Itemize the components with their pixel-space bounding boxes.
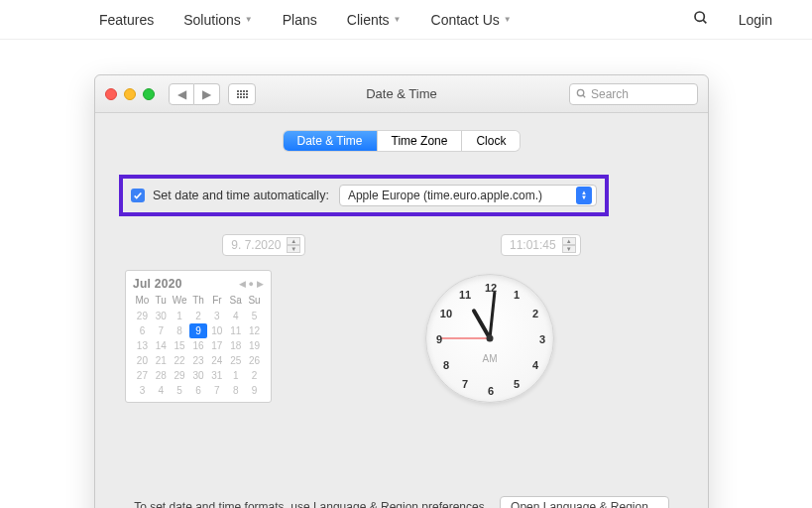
calendar-day[interactable]: 2 <box>189 309 208 323</box>
calendar-day[interactable]: 7 <box>152 323 171 338</box>
calendar-dow: Mo <box>133 295 152 309</box>
nav-contact[interactable]: Contact Us▼ <box>431 12 512 28</box>
calendar-day[interactable]: 9 <box>189 323 208 338</box>
tab-date-time[interactable]: Date & Time <box>284 131 378 151</box>
svg-point-0 <box>695 12 704 21</box>
auto-datetime-highlight: Set date and time automatically: Apple E… <box>119 175 609 216</box>
calendar-day[interactable]: 5 <box>245 309 264 323</box>
time-input-value: 11:01:45 <box>510 238 556 252</box>
clock-number: 12 <box>485 282 497 294</box>
calendar-day[interactable]: 19 <box>245 338 264 353</box>
window-close-button[interactable] <box>105 88 117 100</box>
calendar[interactable]: Jul 2020 ◀ ● ▶ MoTuWeThFrSaSu29301234567… <box>125 270 272 403</box>
open-language-region-button[interactable]: Open Language & Region... <box>500 496 669 508</box>
svg-line-3 <box>583 95 585 97</box>
calendar-day[interactable]: 8 <box>171 323 189 338</box>
calendar-day[interactable]: 13 <box>133 338 152 353</box>
calendar-day[interactable]: 12 <box>245 323 264 338</box>
calendar-day[interactable]: 28 <box>152 368 171 383</box>
nav-features[interactable]: Features <box>99 12 154 28</box>
calendar-day[interactable]: 4 <box>152 383 171 398</box>
time-stepper[interactable]: ▲▼ <box>562 237 576 253</box>
calendar-day[interactable]: 9 <box>245 383 264 398</box>
calendar-day[interactable]: 1 <box>171 309 189 323</box>
clock-ampm: AM <box>483 353 498 364</box>
calendar-next-icon[interactable]: ▶ <box>257 279 264 289</box>
calendar-day[interactable]: 29 <box>133 309 152 323</box>
calendar-day[interactable]: 23 <box>189 353 208 368</box>
window-title: Date & Time <box>366 86 437 101</box>
calendar-today-icon[interactable]: ● <box>249 279 254 289</box>
tab-time-zone[interactable]: Time Zone <box>378 131 463 151</box>
calendar-day[interactable]: 26 <box>245 353 264 368</box>
forward-button[interactable]: ▶ <box>194 83 220 105</box>
calendar-day[interactable]: 27 <box>133 368 152 383</box>
auto-datetime-checkbox[interactable] <box>131 189 145 202</box>
calendar-month-label: Jul 2020 <box>133 277 182 291</box>
date-input[interactable]: 9. 7.2020 ▲▼ <box>222 234 305 256</box>
calendar-day[interactable]: 24 <box>207 353 226 368</box>
calendar-day[interactable]: 3 <box>207 309 226 323</box>
site-top-nav: Features Solutions▼ Plans Clients▼ Conta… <box>0 0 812 40</box>
preferences-window: ◀ ▶ Date & Time Search Date & Time Time … <box>94 74 709 508</box>
calendar-day[interactable]: 20 <box>133 353 152 368</box>
window-zoom-button[interactable] <box>143 88 155 100</box>
time-server-value: Apple Europe (time.euro.apple.com.) <box>348 189 542 202</box>
clock-number: 10 <box>440 308 452 319</box>
calendar-day[interactable]: 29 <box>171 368 189 383</box>
clock-number: 1 <box>514 289 520 301</box>
calendar-day[interactable]: 6 <box>133 323 152 338</box>
time-input[interactable]: 11:01:45 ▲▼ <box>501 234 581 256</box>
tab-row: Date & Time Time Zone Clock <box>95 131 708 151</box>
calendar-day[interactable]: 18 <box>226 338 245 353</box>
time-server-dropdown[interactable]: Apple Europe (time.euro.apple.com.) ▲▼ <box>339 185 597 206</box>
calendar-day[interactable]: 25 <box>226 353 245 368</box>
calendar-dow: Th <box>189 295 208 309</box>
dropdown-arrows-icon: ▲▼ <box>576 187 592 204</box>
calendar-dow: Sa <box>226 295 245 309</box>
calendar-prev-icon[interactable]: ◀ <box>239 279 246 289</box>
calendar-day[interactable]: 1 <box>226 368 245 383</box>
nav-plans[interactable]: Plans <box>283 12 317 28</box>
calendar-day[interactable]: 11 <box>226 323 245 338</box>
chevron-down-icon: ▼ <box>245 15 253 24</box>
svg-point-2 <box>577 89 583 95</box>
calendar-day[interactable]: 15 <box>171 338 189 353</box>
search-placeholder: Search <box>591 87 629 101</box>
date-stepper[interactable]: ▲▼ <box>287 237 300 253</box>
calendar-day[interactable]: 6 <box>189 383 208 398</box>
calendar-day[interactable]: 3 <box>133 383 152 398</box>
window-minimize-button[interactable] <box>124 88 136 100</box>
calendar-day[interactable]: 16 <box>189 338 208 353</box>
calendar-day[interactable]: 10 <box>207 323 226 338</box>
clock-number: 3 <box>539 333 545 345</box>
calendar-day[interactable]: 17 <box>207 338 226 353</box>
back-button[interactable]: ◀ <box>169 83 194 105</box>
chevron-down-icon: ▼ <box>504 15 512 24</box>
calendar-day[interactable]: 22 <box>171 353 189 368</box>
calendar-day[interactable]: 30 <box>189 368 208 383</box>
calendar-dow: Fr <box>207 295 226 309</box>
calendar-day[interactable]: 30 <box>152 309 171 323</box>
calendar-day[interactable]: 4 <box>226 309 245 323</box>
nav-solutions[interactable]: Solutions▼ <box>183 12 253 28</box>
date-input-value: 9. 7.2020 <box>231 238 281 252</box>
window-search-input[interactable]: Search <box>569 83 698 105</box>
chevron-down-icon: ▼ <box>394 15 402 24</box>
calendar-day[interactable]: 2 <box>245 368 264 383</box>
nav-clients[interactable]: Clients▼ <box>347 12 402 28</box>
clock-number: 9 <box>436 333 442 345</box>
show-all-button[interactable] <box>228 83 256 105</box>
clock-number: 6 <box>488 385 494 397</box>
login-link[interactable]: Login <box>739 12 772 28</box>
calendar-day[interactable]: 7 <box>207 383 226 398</box>
clock-number: 5 <box>514 378 520 390</box>
calendar-day[interactable]: 14 <box>152 338 171 353</box>
calendar-day[interactable]: 21 <box>152 353 171 368</box>
calendar-day[interactable]: 31 <box>207 368 226 383</box>
calendar-day[interactable]: 8 <box>226 383 245 398</box>
search-icon[interactable] <box>693 10 709 29</box>
tab-clock[interactable]: Clock <box>462 131 520 151</box>
calendar-day[interactable]: 5 <box>171 383 189 398</box>
clock-number: 2 <box>532 308 538 319</box>
